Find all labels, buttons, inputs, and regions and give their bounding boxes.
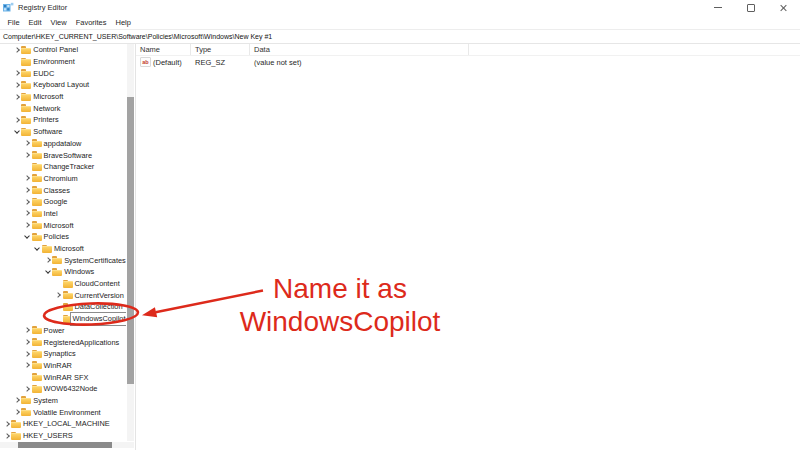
minimize-button[interactable] <box>701 0 734 15</box>
tree-item-classes[interactable]: Classes <box>0 184 126 196</box>
tree-item-label: Chromium <box>44 174 78 183</box>
chevron-right-icon[interactable] <box>3 432 10 439</box>
folder-icon <box>32 197 42 206</box>
chevron-right-icon[interactable] <box>24 210 31 217</box>
tree-item-bravesoftware[interactable]: BraveSoftware <box>0 149 126 161</box>
maximize-button[interactable] <box>734 0 767 15</box>
tree-item-label: Control Panel <box>33 45 78 54</box>
tree-horizontal-scrollbar[interactable] <box>0 442 134 448</box>
folder-icon <box>21 408 31 417</box>
tree-item-chromium[interactable]: Chromium <box>0 173 126 185</box>
chevron-right-icon[interactable] <box>24 362 31 369</box>
chevron-right-icon[interactable] <box>44 257 51 264</box>
value-row-default[interactable]: ab(Default)REG_SZ(value not set) <box>136 56 800 68</box>
tree-item-appdatalow[interactable]: appdatalow <box>0 138 126 150</box>
tree-item-network[interactable]: Network <box>0 102 126 114</box>
tree-item-synaptics[interactable]: Synaptics <box>0 348 126 360</box>
tree-item-label: Policies <box>44 232 69 241</box>
tree-vertical-scrollbar[interactable] <box>127 44 134 441</box>
tree-item-label: HKEY_LOCAL_MACHINE <box>23 419 110 428</box>
tree-item-hkey-local-machine[interactable]: HKEY_LOCAL_MACHINE <box>0 418 126 430</box>
tree-item-hkey-users[interactable]: HKEY_USERS <box>0 430 126 441</box>
tree-item-windowscopilot[interactable]: WindowsCopilot <box>0 313 126 325</box>
tree-item-printers[interactable]: Printers <box>0 114 126 126</box>
tree-item-label: RegisteredApplications <box>44 338 120 347</box>
column-header-name[interactable]: Name <box>136 44 191 55</box>
tree-item-microsoft[interactable]: Microsoft <box>0 91 126 103</box>
folder-icon <box>32 349 42 358</box>
chevron-right-icon[interactable] <box>3 420 10 427</box>
folder-icon <box>52 267 62 276</box>
tree-item-cloudcontent[interactable]: CloudContent <box>0 278 126 290</box>
tree-item-intel[interactable]: Intel <box>0 208 126 220</box>
tree-item-power[interactable]: Power <box>0 325 126 337</box>
chevron-right-icon[interactable] <box>13 46 20 53</box>
chevron-right-icon[interactable] <box>24 175 31 182</box>
tree-item-label: EUDC <box>33 69 54 78</box>
tree-item-systemcertificates[interactable]: SystemCertificates <box>0 254 126 266</box>
tree-rows: Control PanelEnvironmentEUDCKeyboard Lay… <box>0 44 126 441</box>
rename-edit-box[interactable]: WindowsCopilot <box>70 312 127 326</box>
tree-item-eudc[interactable]: EUDC <box>0 67 126 79</box>
chevron-right-icon[interactable] <box>13 397 20 404</box>
chevron-right-icon[interactable] <box>13 93 20 100</box>
tree-item-policies[interactable]: Policies <box>0 231 126 243</box>
tree-item-currentversion[interactable]: CurrentVersion <box>0 289 126 301</box>
tree-item-microsoft[interactable]: Microsoft <box>0 219 126 231</box>
menu-help[interactable]: Help <box>111 18 135 27</box>
tree-item-winrar[interactable]: WinRAR <box>0 360 126 372</box>
chevron-right-icon[interactable] <box>24 187 31 194</box>
chevron-right-icon[interactable] <box>13 409 20 416</box>
tree-item-control-panel[interactable]: Control Panel <box>0 44 126 56</box>
chevron-right-icon[interactable] <box>24 198 31 205</box>
chevron-right-icon[interactable] <box>24 152 31 159</box>
tree-item-system[interactable]: System <box>0 395 126 407</box>
chevron-right-icon[interactable] <box>24 140 31 147</box>
tree-item-label: CloudContent <box>75 279 120 288</box>
tree-item-label: WinRAR SFX <box>44 373 89 382</box>
chevron-down-icon[interactable] <box>44 268 51 275</box>
folder-icon <box>21 45 31 54</box>
tree-item-changetracker[interactable]: ChangeTracker <box>0 161 126 173</box>
tree-item-keyboard-layout[interactable]: Keyboard Layout <box>0 79 126 91</box>
chevron-spacer <box>24 163 31 170</box>
menu-favorites[interactable]: Favorites <box>71 18 111 27</box>
menu-file[interactable]: File <box>3 18 24 27</box>
tree-item-label: WOW6432Node <box>44 384 98 393</box>
titlebar: Registry Editor <box>0 0 800 15</box>
tree-item-software[interactable]: Software <box>0 126 126 138</box>
tree-item-google[interactable]: Google <box>0 196 126 208</box>
tree-item-microsoft[interactable]: Microsoft <box>0 243 126 255</box>
tree-item-windows[interactable]: Windows <box>0 266 126 278</box>
folder-icon <box>63 291 73 300</box>
tree-item-registeredapplications[interactable]: RegisteredApplications <box>0 336 126 348</box>
chevron-right-icon[interactable] <box>24 327 31 334</box>
menu-edit[interactable]: Edit <box>24 18 46 27</box>
menu-view[interactable]: View <box>46 18 71 27</box>
chevron-right-icon[interactable] <box>13 70 20 77</box>
tree-item-wow6432node[interactable]: WOW6432Node <box>0 383 126 395</box>
column-header-data[interactable]: Data <box>250 44 469 55</box>
chevron-down-icon[interactable] <box>24 233 31 240</box>
tree-item-label: System <box>33 396 58 405</box>
chevron-right-icon[interactable] <box>24 350 31 357</box>
chevron-right-icon[interactable] <box>13 81 20 88</box>
vertical-scrollbar-thumb[interactable] <box>127 97 134 384</box>
address-bar[interactable]: Computer\HKEY_CURRENT_USER\Software\Poli… <box>0 30 800 44</box>
folder-icon <box>11 431 21 440</box>
tree-item-environment[interactable]: Environment <box>0 56 126 68</box>
chevron-down-icon[interactable] <box>13 128 20 135</box>
column-header-type[interactable]: Type <box>191 44 250 55</box>
horizontal-scrollbar-thumb[interactable] <box>18 442 112 448</box>
chevron-down-icon[interactable] <box>34 245 41 252</box>
chevron-right-icon[interactable] <box>55 292 62 299</box>
chevron-right-icon[interactable] <box>24 222 31 229</box>
folder-icon <box>11 419 21 428</box>
close-button[interactable] <box>767 0 800 15</box>
chevron-right-icon[interactable] <box>13 116 20 123</box>
tree-item-label: Windows <box>64 267 94 276</box>
chevron-right-icon[interactable] <box>24 339 31 346</box>
chevron-right-icon[interactable] <box>24 385 31 392</box>
tree-item-winrar-sfx[interactable]: WinRAR SFX <box>0 371 126 383</box>
tree-item-volatile-environment[interactable]: Volatile Environment <box>0 406 126 418</box>
